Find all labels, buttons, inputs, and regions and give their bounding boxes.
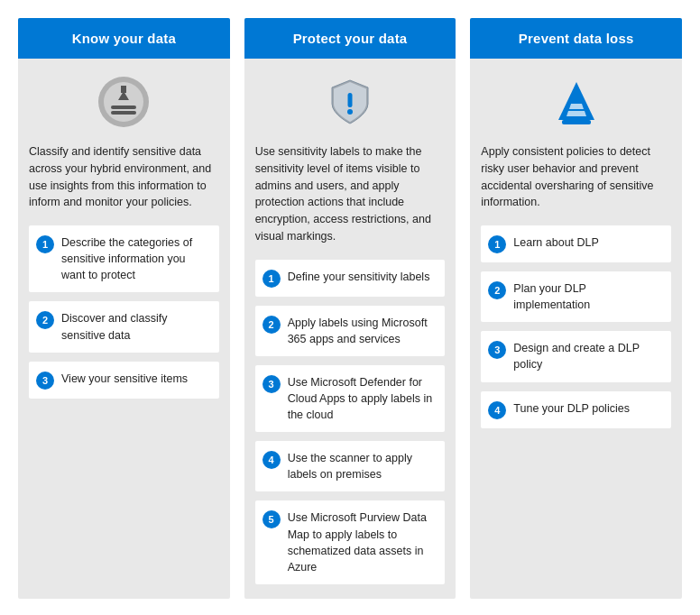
step-item-protect-your-data-5[interactable]: 5Use Microsoft Purview Data Map to apply… <box>255 500 446 584</box>
step-text-prevent-data-loss-3: Design and create a DLP policy <box>513 340 662 372</box>
step-text-prevent-data-loss-4: Tune your DLP policies <box>513 400 630 417</box>
step-text-know-your-data-1: Describe the categories of sensitive inf… <box>61 234 210 283</box>
column-prevent-data-loss: Prevent data loss Apply consistent polic… <box>470 18 682 599</box>
database-download-icon <box>29 73 219 131</box>
svg-rect-6 <box>348 93 353 107</box>
step-number-prevent-data-loss-4: 4 <box>488 401 506 419</box>
step-number-protect-your-data-4: 4 <box>262 451 281 469</box>
column-header-prevent-data-loss: Prevent data loss <box>470 18 682 59</box>
column-description-protect-your-data: Use sensitivity labels to make the sensi… <box>255 143 446 245</box>
column-body-protect-your-data: Use sensitivity labels to make the sensi… <box>244 59 456 599</box>
step-text-know-your-data-3: View your sensitive items <box>61 371 188 387</box>
step-item-protect-your-data-3[interactable]: 3Use Microsoft Defender for Cloud Apps t… <box>255 365 446 432</box>
step-number-prevent-data-loss-2: 2 <box>488 281 506 299</box>
main-container: Know your data Classify and identify sen… <box>18 18 682 599</box>
step-text-prevent-data-loss-1: Learn about DLP <box>513 234 599 251</box>
step-number-protect-your-data-1: 1 <box>262 270 281 288</box>
svg-marker-10 <box>566 111 586 116</box>
step-number-prevent-data-loss-1: 1 <box>488 235 506 253</box>
step-item-protect-your-data-4[interactable]: 4Use the scanner to apply labels on prem… <box>255 441 446 491</box>
step-number-protect-your-data-5: 5 <box>262 510 281 528</box>
cone-warning-icon <box>481 73 671 131</box>
step-item-protect-your-data-2[interactable]: 2Apply labels using Microsoft 365 apps a… <box>255 306 446 356</box>
step-text-protect-your-data-3: Use Microsoft Defender for Cloud Apps to… <box>288 374 437 423</box>
step-text-protect-your-data-5: Use Microsoft Purview Data Map to apply … <box>288 509 437 575</box>
svg-point-7 <box>347 109 353 115</box>
step-text-prevent-data-loss-2: Plan your DLP implementation <box>513 280 662 313</box>
step-number-know-your-data-2: 2 <box>36 311 54 329</box>
step-item-prevent-data-loss-1[interactable]: 1Learn about DLP <box>481 225 671 262</box>
column-description-know-your-data: Classify and identify sensitive data acr… <box>29 143 219 211</box>
step-text-protect-your-data-4: Use the scanner to apply labels on premi… <box>288 450 437 482</box>
svg-rect-4 <box>111 106 136 109</box>
shield-alert-icon <box>255 73 446 131</box>
step-text-protect-your-data-1: Define your sensitivity labels <box>288 269 430 285</box>
step-item-know-your-data-3[interactable]: 3View your sensitive items <box>29 362 219 399</box>
step-number-protect-your-data-2: 2 <box>262 316 281 334</box>
step-item-prevent-data-loss-3[interactable]: 3Design and create a DLP policy <box>481 331 671 381</box>
column-header-protect-your-data: Protect your data <box>244 18 456 59</box>
step-number-know-your-data-1: 1 <box>36 235 54 253</box>
svg-rect-3 <box>121 86 126 93</box>
svg-rect-5 <box>111 111 136 115</box>
step-item-protect-your-data-1[interactable]: 1Define your sensitivity labels <box>255 260 446 297</box>
column-body-prevent-data-loss: Apply consistent policies to detect risk… <box>470 59 682 599</box>
step-item-prevent-data-loss-2[interactable]: 2Plan your DLP implementation <box>481 271 671 322</box>
column-body-know-your-data: Classify and identify sensitive data acr… <box>18 59 230 599</box>
step-item-know-your-data-1[interactable]: 1Describe the categories of sensitive in… <box>29 225 219 292</box>
column-header-know-your-data: Know your data <box>18 18 230 59</box>
svg-rect-11 <box>562 120 591 124</box>
step-item-know-your-data-2[interactable]: 2Discover and classify sensitive data <box>29 301 219 352</box>
step-number-know-your-data-3: 3 <box>36 372 54 390</box>
step-item-prevent-data-loss-4[interactable]: 4Tune your DLP policies <box>481 391 671 428</box>
svg-marker-9 <box>569 104 584 109</box>
column-know-your-data: Know your data Classify and identify sen… <box>18 18 230 599</box>
column-protect-your-data: Protect your data Use sensitivity labels… <box>244 18 456 599</box>
step-number-prevent-data-loss-3: 3 <box>488 341 506 359</box>
step-number-protect-your-data-3: 3 <box>262 375 281 393</box>
column-description-prevent-data-loss: Apply consistent policies to detect risk… <box>481 143 671 211</box>
step-text-protect-your-data-2: Apply labels using Microsoft 365 apps an… <box>288 315 437 347</box>
step-text-know-your-data-2: Discover and classify sensitive data <box>61 310 210 343</box>
